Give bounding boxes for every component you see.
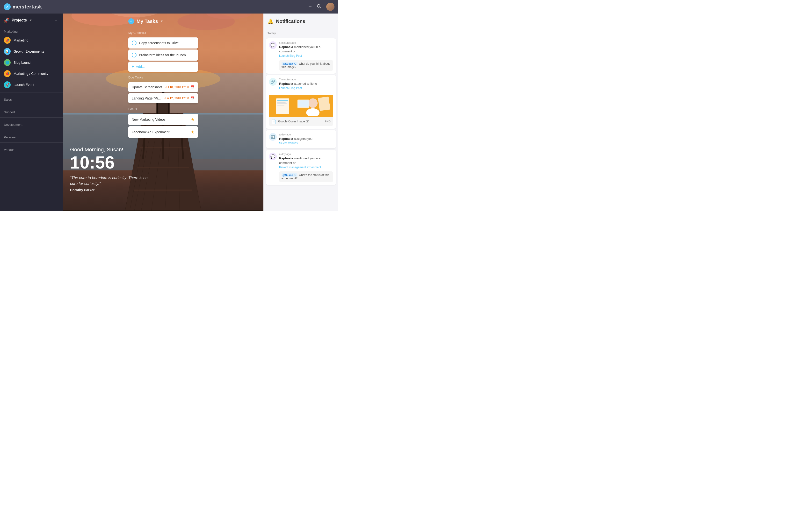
notif-comment: @Susan K. what do you think about this i… bbox=[279, 60, 333, 71]
sidebar-item-marketing[interactable]: 📣 Marketing bbox=[0, 35, 63, 46]
notif-time: a day ago bbox=[279, 153, 333, 156]
add-icon[interactable]: + bbox=[308, 3, 312, 10]
svg-line-1 bbox=[320, 7, 321, 8]
notif-avatar: 💬 bbox=[269, 153, 277, 160]
notification-item[interactable]: 💬 6 minutes ago Raphaela mentioned you i… bbox=[266, 38, 336, 74]
launch-icon: 🚀 bbox=[4, 81, 11, 88]
file-name: Google Cover Image (2) bbox=[278, 120, 309, 123]
checklist-label: My Checklist bbox=[124, 28, 202, 37]
due-task-item[interactable]: Landing Page "Pr... Jun 12, 2018 12:00 📅 bbox=[128, 93, 198, 103]
star-icon[interactable]: ★ bbox=[191, 117, 195, 122]
notification-item[interactable]: 💬 a day ago Raphaela mentioned you in a … bbox=[266, 150, 336, 185]
today-label: Today bbox=[264, 28, 338, 37]
add-icon: + bbox=[132, 64, 134, 69]
notif-link[interactable]: Launch Blog Post bbox=[279, 87, 302, 90]
search-icon[interactable] bbox=[317, 4, 321, 10]
task-label: Facebook Ad Experiment bbox=[132, 130, 169, 134]
add-task-button[interactable]: + Add... bbox=[128, 62, 198, 72]
focus-task-item[interactable]: Facebook Ad Experiment ★ bbox=[128, 126, 198, 138]
sidebar-item-label: Blog Launch bbox=[13, 61, 33, 64]
notif-avatar: 🔗 bbox=[269, 78, 277, 86]
task-label: Landing Page "Pr... bbox=[132, 96, 161, 100]
sidebar-item-growth[interactable]: 📊 Growth Experiments bbox=[0, 46, 63, 57]
task-item[interactable]: Brainstorm ideas for the launch bbox=[128, 50, 198, 61]
attachment-preview: 📄 Google Cover Image (2) PNG bbox=[269, 95, 333, 126]
calendar-icon: 📅 bbox=[191, 96, 195, 100]
focus-task-item[interactable]: New Marketing Videos ★ bbox=[128, 114, 198, 125]
tasks-title: My Tasks bbox=[137, 18, 158, 24]
sidebar-item-blog[interactable]: 🌐 Blog Launch bbox=[0, 57, 63, 68]
notifications-header: 🔔 Notifications bbox=[264, 13, 338, 28]
sidebar-section-marketing: Marketing bbox=[0, 26, 63, 35]
bell-icon: 🔔 bbox=[267, 18, 273, 24]
notif-mention: @Susan K. bbox=[282, 62, 298, 65]
sidebar-item-launch[interactable]: 🚀 Launch Event bbox=[0, 79, 63, 90]
notification-item[interactable]: 🔗 7 minutes ago Raphaela attached a file… bbox=[266, 75, 336, 129]
star-icon[interactable]: ★ bbox=[191, 129, 195, 135]
task-label: Update Screenshots bbox=[132, 85, 162, 89]
file-icon: 📄 bbox=[271, 119, 276, 124]
task-label: Copy screenshots to Drive bbox=[139, 41, 195, 45]
sidebar-section-development[interactable]: Development bbox=[0, 119, 63, 128]
svg-rect-39 bbox=[277, 105, 284, 106]
file-ext: PNG bbox=[325, 120, 331, 123]
logo-text: meistertask bbox=[12, 4, 42, 10]
sidebar: 🚀 Projects ▼ + Marketing 📣 Marketing 📊 G… bbox=[0, 13, 63, 211]
task-item[interactable]: Copy screenshots to Drive bbox=[128, 38, 198, 49]
sidebar-item-label: Launch Event bbox=[13, 83, 34, 87]
task-label: New Marketing Videos bbox=[132, 118, 165, 121]
sidebar-section-sales[interactable]: Sales bbox=[0, 95, 63, 103]
sidebar-item-label: Marketing / Community bbox=[13, 72, 48, 75]
sidebar-section-support[interactable]: Support bbox=[0, 107, 63, 115]
logo[interactable]: meistertask bbox=[4, 3, 42, 10]
task-due-meta: Jul 18, 2018 12:00 📅 bbox=[165, 85, 195, 89]
tasks-header[interactable]: ✓ My Tasks ▼ bbox=[124, 13, 202, 28]
task-due-date: Jun 12, 2018 12:00 bbox=[164, 97, 189, 100]
sidebar-item-label: Growth Experiments bbox=[13, 50, 44, 53]
svg-point-40 bbox=[308, 98, 317, 108]
notif-avatar: ➡️ bbox=[269, 133, 277, 141]
add-task-label: Add... bbox=[136, 65, 145, 68]
sidebar-header: 🚀 Projects ▼ + bbox=[0, 13, 63, 26]
notif-text: Raphaela mentioned you in a comment on P… bbox=[279, 156, 333, 169]
attachment-file-info: 📄 Google Cover Image (2) PNG bbox=[269, 117, 333, 126]
notif-link[interactable]: Project management experiment bbox=[279, 166, 321, 169]
notif-text: Raphaela assigned you Select Venues bbox=[279, 137, 333, 145]
task-checkbox[interactable] bbox=[132, 41, 137, 45]
notification-item[interactable]: ➡️ a day ago Raphaela assigned you Selec… bbox=[266, 130, 336, 148]
due-task-item[interactable]: Update Screenshots Jul 18, 2018 12:00 📅 bbox=[128, 82, 198, 92]
sidebar-section-various[interactable]: Various bbox=[0, 145, 63, 153]
blog-icon: 🌐 bbox=[4, 59, 11, 66]
growth-icon: 📊 bbox=[4, 48, 11, 55]
add-project-button[interactable]: + bbox=[53, 17, 59, 23]
due-tasks-label: Due Tasks bbox=[124, 73, 202, 81]
task-checkbox[interactable] bbox=[132, 53, 137, 57]
focus-label: Focus bbox=[124, 104, 202, 113]
notif-comment: @Susan K. what's the status of this expe… bbox=[279, 171, 333, 182]
projects-nav[interactable]: 🚀 Projects ▼ bbox=[4, 18, 32, 23]
tasks-panel: ✓ My Tasks ▼ My Checklist Copy screensho… bbox=[124, 13, 202, 211]
rocket-icon: 🚀 bbox=[4, 18, 9, 23]
sidebar-section-personal[interactable]: Personal bbox=[0, 132, 63, 140]
notif-time: 7 minutes ago bbox=[279, 78, 333, 81]
logo-icon bbox=[4, 3, 11, 10]
notif-body: 7 minutes ago Raphaela attached a file t… bbox=[279, 78, 333, 90]
notif-time: 6 minutes ago bbox=[279, 41, 333, 44]
notif-mention: @Susan K. bbox=[282, 173, 298, 177]
sidebar-item-community[interactable]: 📣 Marketing / Community bbox=[0, 68, 63, 79]
avatar[interactable] bbox=[326, 3, 335, 11]
svg-rect-37 bbox=[277, 102, 286, 103]
notif-body: a day ago Raphaela assigned you Select V… bbox=[279, 133, 333, 145]
attachment-image bbox=[269, 95, 333, 117]
notif-link[interactable]: Select Venues bbox=[279, 142, 298, 145]
notif-time: a day ago bbox=[279, 133, 333, 136]
notif-link[interactable]: Launch Blog Post bbox=[279, 54, 302, 57]
notif-body: a day ago Raphaela mentioned you in a co… bbox=[279, 153, 333, 182]
file-left: 📄 Google Cover Image (2) bbox=[271, 119, 309, 124]
svg-rect-43 bbox=[298, 100, 309, 107]
projects-label: Projects bbox=[12, 18, 27, 22]
center-content: ✓ My Tasks ▼ My Checklist Copy screensho… bbox=[63, 13, 263, 211]
svg-rect-44 bbox=[318, 97, 331, 111]
calendar-icon: 📅 bbox=[191, 85, 195, 89]
notif-text: Raphaela attached a file to Launch Blog … bbox=[279, 81, 333, 90]
